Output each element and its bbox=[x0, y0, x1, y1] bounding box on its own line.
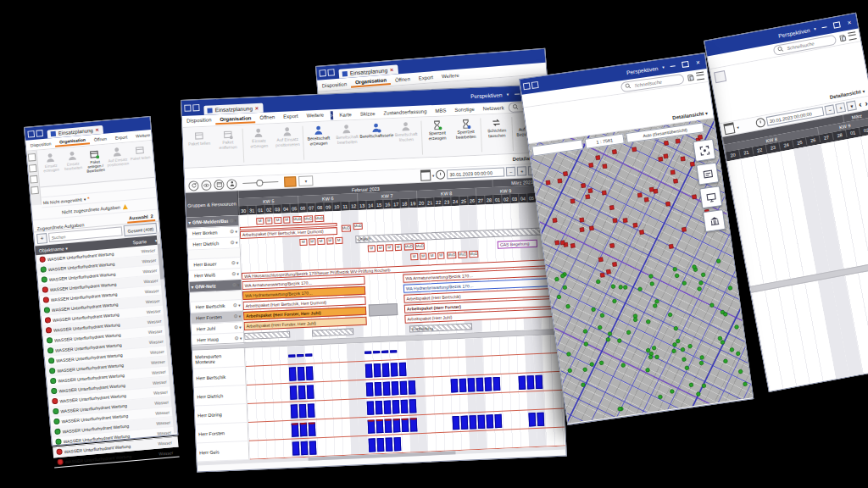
total-count-button[interactable]: Gesamt (408) bbox=[124, 223, 158, 236]
shift-block[interactable] bbox=[392, 400, 399, 413]
splitter[interactable] bbox=[750, 258, 868, 293]
ribbon-button-auf-einsatz-positionieren[interactable]: Auf Einsatz positionieren bbox=[273, 125, 303, 163]
ribbon-button-sperrzeit-bearbeiten[interactable]: Sperrzeit bearbeiten bbox=[451, 117, 481, 155]
shift-chip[interactable]: MuD bbox=[447, 252, 456, 258]
shift-chip[interactable]: MuD bbox=[353, 223, 363, 230]
shift-block[interactable] bbox=[376, 438, 384, 452]
planning-grid[interactable] bbox=[726, 133, 868, 391]
monteure-row-herr-bertschik[interactable]: Herr Bertschik bbox=[193, 367, 246, 388]
shift-block[interactable] bbox=[375, 401, 382, 414]
menu-tab-karte[interactable]: Karte bbox=[335, 110, 356, 118]
shift-block[interactable] bbox=[393, 437, 401, 451]
zoom-slider-handle[interactable] bbox=[256, 180, 263, 186]
minimize-button[interactable] bbox=[668, 60, 678, 71]
gear-icon[interactable]: ⚙ bbox=[234, 324, 239, 330]
chevron-down-icon[interactable]: ▾ bbox=[238, 302, 241, 308]
shift-block[interactable] bbox=[309, 441, 316, 454]
resource-row-herr-haug[interactable]: Herr Haug⚙▾ bbox=[192, 333, 244, 347]
menu-tab-disposition[interactable]: Disposition bbox=[182, 116, 216, 126]
monteure-row-herr-geis[interactable]: Herr Geis bbox=[197, 441, 249, 463]
shift-block[interactable] bbox=[398, 363, 406, 376]
menu-tab-organisation[interactable]: Organisation bbox=[215, 114, 255, 125]
shift-chip[interactable]: M bbox=[394, 244, 402, 251]
shift-block[interactable] bbox=[452, 416, 459, 430]
shift-block[interactable] bbox=[292, 441, 299, 455]
shift-block[interactable] bbox=[390, 350, 398, 352]
shift-block[interactable] bbox=[307, 403, 314, 417]
save-icon[interactable] bbox=[531, 81, 539, 89]
shift-chip[interactable]: MuD bbox=[342, 225, 351, 231]
shift-chip[interactable]: MuD bbox=[415, 243, 425, 250]
shift-chip[interactable]: M bbox=[410, 253, 418, 260]
tab-close-icon[interactable]: × bbox=[390, 67, 394, 72]
gear-icon[interactable]: ⚙ bbox=[231, 271, 236, 276]
ribbon-button-sperrzeit-erzeugen[interactable]: Sperrzeit erzeugen bbox=[422, 118, 453, 156]
shift-block[interactable] bbox=[467, 378, 475, 391]
layout-dropdown-button[interactable]: ▾ bbox=[298, 175, 314, 186]
eye-icon[interactable] bbox=[201, 180, 212, 191]
shift-block[interactable] bbox=[291, 423, 298, 436]
shift-block[interactable] bbox=[364, 363, 372, 377]
shift-block[interactable] bbox=[477, 415, 485, 429]
restore-button[interactable] bbox=[681, 58, 691, 69]
ribbon-button-paket-entfernen[interactable]: Paket entfernen bbox=[213, 127, 243, 165]
shift-chip[interactable]: MuD bbox=[303, 215, 313, 222]
shift-block[interactable] bbox=[289, 385, 297, 399]
shift-block[interactable] bbox=[460, 416, 468, 430]
menu-tab-export[interactable]: Export bbox=[279, 112, 303, 121]
map-info-button[interactable] bbox=[696, 163, 719, 186]
shift-block[interactable] bbox=[382, 382, 390, 396]
gantt-bar[interactable] bbox=[369, 303, 398, 316]
shift-block[interactable] bbox=[306, 385, 314, 398]
calendar-icon[interactable] bbox=[420, 169, 431, 181]
shift-block[interactable] bbox=[486, 414, 493, 428]
shift-chip[interactable]: M bbox=[299, 239, 307, 246]
calendar-icon[interactable] bbox=[723, 122, 735, 135]
page-icon[interactable] bbox=[686, 73, 694, 81]
shift-block[interactable] bbox=[459, 379, 466, 392]
menu-tab-ffnen[interactable]: Öffnen bbox=[90, 135, 112, 143]
gear-icon[interactable]: ⚙ bbox=[234, 336, 239, 341]
menu-tab-netzwerk[interactable]: Netzwerk bbox=[479, 104, 509, 113]
shift-chip[interactable]: M bbox=[386, 244, 393, 251]
hamburger-menu-icon[interactable] bbox=[696, 72, 704, 80]
ribbon-button-einsatz-erzeugen[interactable]: Einsatz erzeugen bbox=[39, 150, 64, 186]
shift-block[interactable] bbox=[469, 415, 476, 429]
chevron-down-icon[interactable]: ▾ bbox=[235, 218, 237, 223]
shift-block[interactable] bbox=[400, 400, 408, 413]
map-canvas[interactable]: 1 : 7561 Auto (Gesamtübersicht) bbox=[529, 118, 753, 423]
shift-chip[interactable]: MuD bbox=[458, 251, 467, 258]
chevron-down-icon[interactable]: ▾ bbox=[239, 313, 242, 319]
ribbon-button-paket-anlegen-bearbeiten[interactable]: Paket anlegen / Bearbeiten bbox=[83, 147, 108, 182]
shift-block[interactable] bbox=[450, 379, 458, 392]
calendar-small-icon[interactable] bbox=[214, 179, 225, 190]
close-button[interactable]: × bbox=[693, 57, 704, 68]
shift-block[interactable] bbox=[391, 381, 398, 395]
shift-block[interactable] bbox=[528, 413, 536, 426]
menu-tab-disposition[interactable]: Disposition bbox=[318, 80, 352, 89]
shift-chip[interactable]: M bbox=[335, 237, 342, 244]
ribbon-button-einsatz-bearbeiten[interactable]: Einsatz bearbeiten bbox=[61, 148, 86, 184]
shift-block[interactable] bbox=[381, 350, 389, 352]
menu-tab-organisation[interactable]: Organisation bbox=[351, 76, 392, 88]
save-icon[interactable] bbox=[327, 69, 335, 76]
date-minus-button[interactable]: − bbox=[825, 104, 836, 115]
gear-icon[interactable]: ⚙ bbox=[233, 302, 238, 308]
gear-icon[interactable]: ⚙ bbox=[231, 260, 236, 265]
shift-chip[interactable]: M bbox=[428, 252, 436, 259]
shift-chip[interactable]: MuD bbox=[292, 216, 302, 223]
perspektiven-menu[interactable]: Perspektiven bbox=[626, 65, 659, 75]
tab-close-icon[interactable]: × bbox=[255, 105, 259, 110]
date-dropdown-button[interactable]: ▾ bbox=[846, 101, 857, 112]
sync-view-button[interactable] bbox=[699, 186, 722, 208]
tool-icon[interactable] bbox=[30, 175, 38, 184]
chevron-down-icon[interactable]: ▾ bbox=[239, 324, 242, 330]
chevron-down-icon[interactable]: ▾ bbox=[236, 260, 239, 265]
zoom-slider[interactable] bbox=[242, 181, 278, 184]
shift-block[interactable] bbox=[492, 377, 500, 391]
monteure-row-herr-forsten[interactable]: Herr Forsten bbox=[196, 423, 248, 444]
shift-block[interactable] bbox=[367, 419, 375, 433]
collapse-icon[interactable]: ▾ bbox=[188, 220, 191, 225]
shift-block[interactable] bbox=[494, 414, 502, 428]
shift-chip[interactable]: M bbox=[437, 252, 445, 259]
